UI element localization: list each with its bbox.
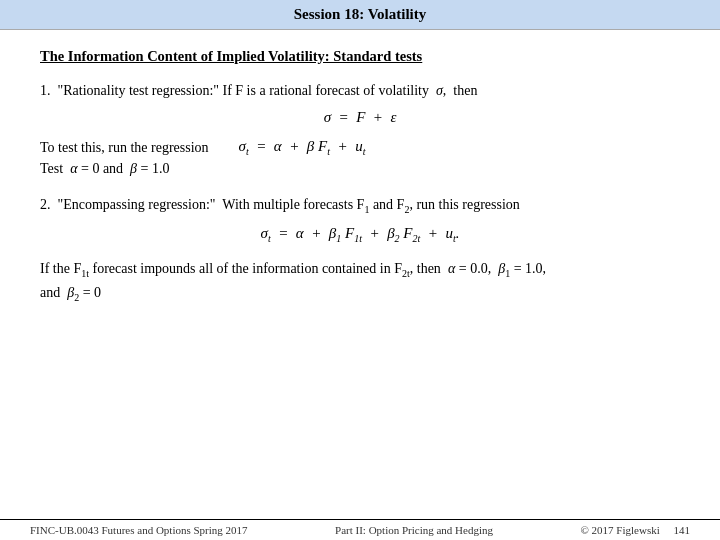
section1-label: 1.	[40, 83, 51, 98]
page-subtitle: The Information Content of Implied Volat…	[40, 48, 680, 65]
section1-sigma: σ	[436, 83, 443, 98]
section1-intro: 1. "Rationality test regression:" If F i…	[40, 83, 680, 99]
section1-text2: then	[453, 83, 477, 98]
footer-page: 141	[674, 524, 691, 536]
section2-label: 2.	[40, 197, 51, 212]
formula1: σ = F + ε	[40, 109, 680, 126]
formula3: σt = α + β1 F1t + β2 F2t + ut.	[40, 225, 680, 244]
formula1-text: σ = F + ε	[324, 109, 397, 125]
footer-center: Part II: Option Pricing and Hedging	[335, 524, 493, 536]
formula2: σt = α + β Ft + ut	[239, 138, 366, 157]
footer: FINC-UB.0043 Futures and Options Spring …	[0, 519, 720, 540]
regression-block: To test this, run the regression σt = α …	[40, 138, 680, 177]
section1-text1: "Rationality test regression:" If F is a…	[58, 83, 429, 98]
header-title: Session 18: Volatility	[294, 6, 427, 22]
section-1: 1. "Rationality test regression:" If F i…	[40, 83, 680, 177]
footer-right: © 2017 Figlewski 141	[580, 524, 690, 536]
formula3-text: σt = α + β1 F1t + β2 F2t + ut.	[261, 225, 460, 241]
section2-text1: "Encompassing regression:" With multiple…	[58, 197, 520, 212]
footer-copyright: © 2017 Figlewski	[580, 524, 659, 536]
main-content: The Information Content of Implied Volat…	[0, 30, 720, 315]
final-note: If the F1t forecast impounds all of the …	[40, 258, 680, 306]
footer-left: FINC-UB.0043 Futures and Options Spring …	[30, 524, 248, 536]
regression-intro: To test this, run the regression	[40, 140, 209, 156]
header-bar: Session 18: Volatility	[0, 0, 720, 30]
section2-intro: 2. "Encompassing regression:" With multi…	[40, 197, 680, 215]
regression-row: To test this, run the regression σt = α …	[40, 138, 680, 157]
test-line: Test α = 0 and β = 1.0	[40, 161, 680, 177]
section-2: 2. "Encompassing regression:" With multi…	[40, 197, 680, 244]
